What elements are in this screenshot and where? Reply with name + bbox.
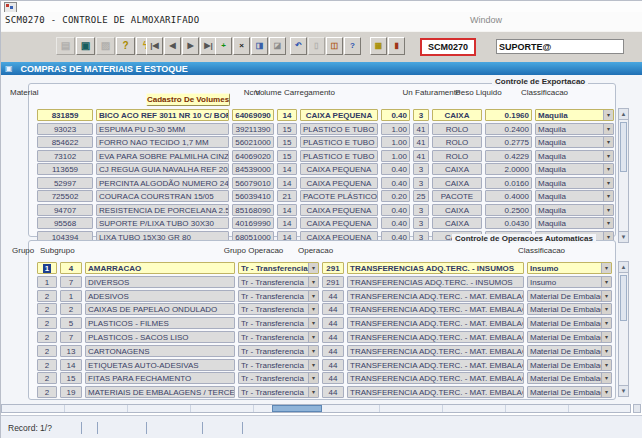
chevron-down-icon[interactable]: ▾ (308, 360, 318, 370)
subgrupo-desc-field[interactable]: ADESIVOS (85, 290, 235, 302)
scrollbar-thumb[interactable] (620, 275, 627, 321)
chevron-down-icon[interactable]: ▾ (601, 304, 611, 314)
classificacao-dropdown[interactable]: Maquila ▾ (535, 123, 614, 135)
volume-desc-field[interactable]: PLASTICO E TUBO (ROL (300, 150, 378, 162)
un-desc-field[interactable]: ROLO (432, 123, 482, 135)
ncm-field[interactable]: 40169990 (232, 217, 274, 229)
operacao-code-field[interactable]: 44 (322, 359, 344, 371)
operacao-code-field[interactable]: 44 (322, 345, 344, 357)
horizontal-scrollbar[interactable] (1, 404, 631, 413)
subgrupo-desc-field[interactable]: DIVERSOS (85, 276, 235, 288)
grupo-operacao-dropdown[interactable]: Tr - Transferencia ▾ (238, 303, 319, 315)
un-desc-field[interactable]: CAIXA (432, 217, 482, 229)
un-desc-field[interactable]: CAIXA (432, 109, 482, 121)
material-code-field[interactable]: 95568 (37, 217, 93, 229)
ncm-field[interactable]: 56079010 (232, 177, 274, 189)
ncm-field[interactable]: 84539000 (232, 163, 274, 175)
ncm-field[interactable]: 56039410 (232, 190, 274, 202)
chevron-down-icon[interactable]: ▾ (603, 178, 613, 188)
subgrupo-desc-field[interactable]: AMARRACAO (85, 262, 235, 274)
insert-record-button[interactable]: + (215, 37, 232, 55)
subgrupo-field[interactable]: 7 (60, 331, 82, 343)
chevron-down-icon[interactable]: ▾ (601, 263, 611, 273)
volume-desc-field[interactable]: CAIXA PEQUENA (300, 163, 378, 175)
first-record-button[interactable]: |◀ (146, 37, 163, 55)
undo-button[interactable]: ↶ (290, 37, 307, 55)
chevron-down-icon[interactable]: ▾ (308, 387, 318, 397)
chevron-down-icon[interactable]: ▾ (601, 318, 611, 328)
print-button[interactable]: ▨ (96, 37, 115, 55)
grupo-field[interactable]: 2 (37, 386, 57, 398)
chevron-down-icon[interactable]: ▾ (603, 124, 613, 134)
grupo-field[interactable]: 2 (37, 303, 57, 315)
grupo-field[interactable]: 1 (37, 276, 57, 288)
operacao-code-field[interactable]: 44 (322, 303, 344, 315)
grupo-field[interactable]: 2 (37, 317, 57, 329)
display-button[interactable]: ▣ (76, 37, 95, 55)
volume-desc-field[interactable]: CAIXA PEQUENA (300, 109, 378, 121)
chevron-down-icon[interactable]: ▾ (603, 151, 613, 161)
material-code-field[interactable]: 854622 (37, 136, 93, 148)
previous-record-button[interactable]: ◀ (164, 37, 181, 55)
un-code-field[interactable]: 41 (413, 136, 429, 148)
classificacao-dropdown[interactable]: Insumo ▾ (527, 276, 612, 288)
operacao-code-field[interactable]: 291 (322, 262, 344, 274)
un-code-field[interactable]: 3 (413, 217, 429, 229)
chevron-down-icon[interactable]: ▾ (601, 346, 611, 356)
volume-code-field[interactable]: 15 (277, 123, 297, 135)
subgrupo-field[interactable]: 13 (60, 345, 82, 357)
peso-liquido-field[interactable]: 0.2775 (485, 136, 532, 148)
ncm-field[interactable]: 85168090 (232, 204, 274, 216)
subgrupo-desc-field[interactable]: MATERIAIS DE EMBALAGENS / TERCEIROS (85, 386, 235, 398)
operations-scrollbar[interactable]: ▲ ▼ (618, 261, 629, 397)
material-code-field[interactable]: 94707 (37, 204, 93, 216)
material-desc-field[interactable]: SUPORTE P/LIXA TUBO 30X30 (96, 217, 229, 229)
un-code-field[interactable]: 25 (413, 190, 429, 202)
scroll-up-icon[interactable]: ▲ (619, 109, 628, 120)
operacao-code-field[interactable]: 291 (322, 276, 344, 288)
next-record-button[interactable]: ▶ (182, 37, 199, 55)
subgrupo-field[interactable]: 14 (60, 359, 82, 371)
help-button[interactable]: ? (344, 37, 361, 55)
volume-qty-field[interactable]: 0.40 (381, 163, 410, 175)
subgrupo-desc-field[interactable]: CAIXAS DE PAPELAO ONDULADO (85, 303, 235, 315)
chevron-down-icon[interactable]: ▾ (308, 277, 318, 287)
grupo-field[interactable]: 2 (37, 290, 57, 302)
chevron-down-icon[interactable]: ▾ (601, 373, 611, 383)
classificacao-dropdown[interactable]: Material De Embalagem ▾ (527, 386, 612, 398)
classificacao-dropdown[interactable]: Material De Embalagem ▾ (527, 372, 612, 384)
help-pointer-button[interactable]: ? (116, 37, 135, 55)
clipboard-button[interactable]: ▯ (308, 37, 325, 55)
subgrupo-field[interactable]: 15 (60, 372, 82, 384)
volume-code-field[interactable]: 15 (277, 136, 297, 148)
grupo-field[interactable]: 2 (37, 331, 57, 343)
operacao-desc-field[interactable]: TRANSFERENCIA ADQ.TERC. - MAT. EMBALAGEM (347, 317, 524, 329)
scrollbar-thumb[interactable] (272, 405, 322, 412)
exit-button[interactable]: ▮ (388, 37, 405, 55)
chevron-down-icon[interactable]: ▾ (308, 304, 318, 314)
operacao-desc-field[interactable]: TRANSFERENCIA ADQ.TERC. - MAT. EMBALAGEM (347, 345, 524, 357)
peso-liquido-field[interactable]: 0.2500 (485, 204, 532, 216)
volume-qty-field[interactable]: 0.20 (381, 190, 410, 202)
material-desc-field[interactable]: ESPUMA PU D-30 5MM (96, 123, 229, 135)
operacao-code-field[interactable]: 44 (322, 386, 344, 398)
grupo-operacao-dropdown[interactable]: Tr - Transferencia ▾ (238, 359, 319, 371)
material-code-field[interactable]: 113659 (37, 163, 93, 175)
material-code-field[interactable]: 831859 (37, 109, 93, 121)
menu-window[interactable]: Window (470, 15, 502, 25)
volume-code-field[interactable]: 14 (277, 217, 297, 229)
material-desc-field[interactable]: PERCINTA ALGODÃO NUMERO 24 PRETO (96, 177, 229, 189)
scroll-down-icon[interactable]: ▼ (619, 385, 628, 396)
material-code-field[interactable]: 93023 (37, 123, 93, 135)
operacao-desc-field[interactable]: TRANSFERENCIAS ADQ.TERC. - INSUMOS (347, 276, 524, 288)
scroll-down-icon[interactable]: ▼ (619, 231, 628, 242)
peso-liquido-field[interactable]: 0.2400 (485, 123, 532, 135)
grupo-operacao-dropdown[interactable]: Tr - Transferencia ▾ (238, 290, 319, 302)
un-desc-field[interactable]: CAIXA (432, 163, 482, 175)
chevron-down-icon[interactable]: ▾ (603, 137, 613, 147)
subgrupo-field[interactable]: 2 (60, 303, 82, 315)
cadastro-de-volumes-button[interactable]: Cadastro De Volumes (146, 93, 230, 106)
chevron-down-icon[interactable]: ▾ (308, 263, 318, 273)
un-code-field[interactable]: 3 (413, 204, 429, 216)
query-button[interactable]: ◨ (251, 37, 268, 55)
